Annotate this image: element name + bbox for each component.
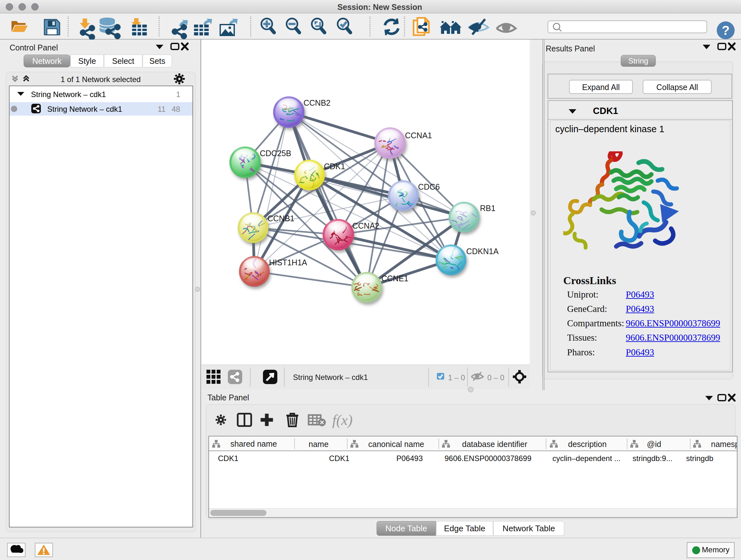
svg-text:name: name <box>309 440 329 449</box>
svg-text:CCNB2: CCNB2 <box>304 98 331 107</box>
svg-text:canonical name: canonical name <box>368 440 424 449</box>
svg-text:CDC25B: CDC25B <box>260 149 291 158</box>
svg-text:CDC6: CDC6 <box>418 182 440 191</box>
svg-text:CCNB1: CCNB1 <box>267 214 294 223</box>
svg-text:shared name: shared name <box>230 439 277 448</box>
svg-text:@id: @id <box>647 440 661 449</box>
svg-text:CCNA1: CCNA1 <box>405 131 432 140</box>
svg-text:HIST1H1A: HIST1H1A <box>269 258 307 267</box>
svg-text:CCNE1: CCNE1 <box>381 274 408 283</box>
svg-text:f(x): f(x) <box>332 412 353 428</box>
svg-text:namespace: namespace <box>711 440 737 449</box>
svg-text:CCNA2: CCNA2 <box>352 221 380 230</box>
svg-text:CDK1: CDK1 <box>324 162 345 171</box>
svg-text:database identifier: database identifier <box>462 440 527 449</box>
svg-text:description: description <box>568 440 607 449</box>
svg-text:CDKN1A: CDKN1A <box>466 247 499 256</box>
svg-text:RB1: RB1 <box>480 204 495 212</box>
